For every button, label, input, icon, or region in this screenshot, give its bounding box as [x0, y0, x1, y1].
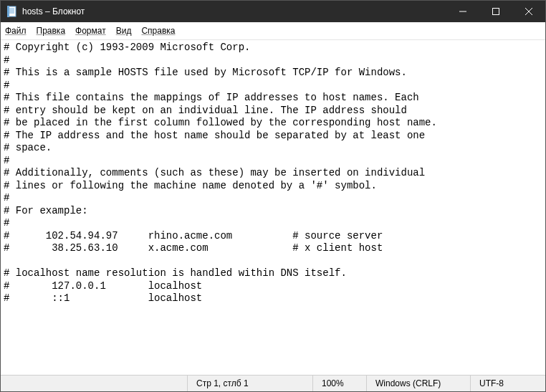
menu-view[interactable]: Вид [116, 26, 132, 36]
minimize-button[interactable] [446, 1, 479, 22]
status-zoom: 100% [312, 376, 366, 391]
notepad-window: hosts – Блокнот Файл Правка Формат Вид С… [0, 0, 546, 392]
close-button[interactable] [512, 1, 545, 22]
svg-rect-7 [493, 9, 499, 15]
menubar: Файл Правка Формат Вид Справка [1, 22, 545, 40]
editor-content[interactable]: # Copyright (c) 1993-2009 Microsoft Corp… [4, 42, 542, 305]
text-editor[interactable]: # Copyright (c) 1993-2009 Microsoft Corp… [1, 40, 545, 375]
statusbar: Стр 1, стлб 1 100% Windows (CRLF) UTF-8 [1, 375, 545, 391]
maximize-button[interactable] [479, 1, 512, 22]
titlebar[interactable]: hosts – Блокнот [1, 1, 545, 22]
window-title: hosts – Блокнот [22, 6, 85, 16]
svg-rect-5 [7, 6, 9, 17]
menu-help[interactable]: Справка [141, 26, 175, 36]
status-encoding: UTF-8 [470, 376, 545, 391]
menu-format[interactable]: Формат [75, 26, 106, 36]
status-spacer [1, 376, 187, 391]
app-icon [6, 6, 18, 17]
status-line-ending: Windows (CRLF) [366, 376, 470, 391]
menu-file[interactable]: Файл [5, 26, 27, 36]
status-position: Стр 1, стлб 1 [187, 376, 312, 391]
menu-edit[interactable]: Правка [37, 26, 66, 36]
